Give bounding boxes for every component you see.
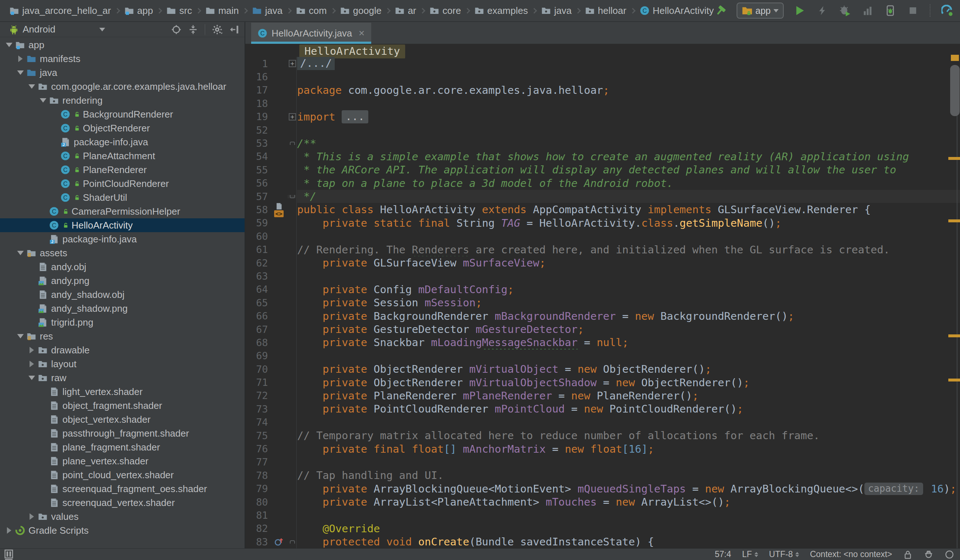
code-text[interactable]: [297, 509, 960, 522]
code-text[interactable]: private BackgroundRenderer mBackgroundRe…: [297, 309, 960, 322]
breadcrumb-item-core[interactable]: core: [430, 5, 461, 16]
code-text[interactable]: [297, 97, 960, 110]
code-text[interactable]: private ArrayBlockingQueue<MotionEvent> …: [297, 482, 960, 495]
run-config-select[interactable]: app: [737, 3, 784, 19]
tree-item-shaderutil[interactable]: CShaderUtil: [0, 190, 245, 205]
tree-item-backgroundrenderer[interactable]: CBackgroundRenderer: [0, 107, 245, 121]
chevron-collapsed-icon[interactable]: [26, 513, 37, 520]
code-text[interactable]: private Config mDefaultConfig;: [297, 283, 960, 296]
chevron-expanded-icon[interactable]: [15, 70, 26, 75]
code-text[interactable]: private Session mSession;: [297, 296, 960, 309]
tree-item-res[interactable]: res: [0, 329, 245, 343]
line-separator-selector[interactable]: LF: [742, 549, 758, 559]
tree-item-values[interactable]: values: [0, 510, 245, 523]
tree-item-light-vertex-shader[interactable]: light_vertex.shader: [0, 385, 245, 398]
tree-item-screenquad-fragment-oes-shader[interactable]: screenquad_fragment_oes.shader: [0, 482, 245, 496]
chevron-expanded-icon[interactable]: [15, 334, 26, 338]
tree-item-helloaractivity[interactable]: CHelloArActivity: [0, 218, 245, 232]
project-view-selector[interactable]: Android: [22, 24, 56, 35]
code-text[interactable]: @Override: [297, 522, 960, 535]
tree-item-point-cloud-vertex-shader[interactable]: point_cloud_vertex.shader: [0, 468, 245, 482]
close-icon[interactable]: ×: [359, 28, 365, 38]
tree-item-java[interactable]: java: [0, 66, 245, 80]
code-text[interactable]: // Tap handling and UI.: [297, 469, 960, 482]
chevron-expanded-icon[interactable]: [26, 84, 37, 89]
warning-stripe-mark[interactable]: [948, 157, 960, 160]
tree-item-manifests[interactable]: manifests: [0, 52, 245, 66]
code-text[interactable]: package com.google.ar.core.examples.java…: [297, 83, 960, 97]
fold-expand-icon[interactable]: +: [289, 113, 296, 120]
tree-item-pointcloudrenderer[interactable]: CPointCloudRenderer: [0, 177, 245, 190]
attach-debugger-button[interactable]: [884, 4, 897, 17]
avd-manager-button[interactable]: [941, 4, 954, 17]
tree-item-app[interactable]: app: [0, 38, 245, 52]
breadcrumb-item-src[interactable]: src: [166, 5, 192, 16]
tree-item-objectrenderer[interactable]: CObjectRenderer: [0, 121, 245, 135]
code-text[interactable]: [297, 123, 960, 136]
code-text[interactable]: private ObjectRenderer mVirtualObjectSha…: [297, 376, 960, 389]
tree-item-andy-shadow-png[interactable]: andy_shadow.png: [0, 302, 245, 315]
warning-stripe-mark[interactable]: [948, 379, 960, 381]
code-text[interactable]: [297, 416, 960, 429]
tree-item-planeattachment[interactable]: CPlaneAttachment: [0, 149, 245, 163]
breadcrumb-item-ar[interactable]: ar: [395, 5, 416, 16]
tree-item-object-vertex-shader[interactable]: object_vertex.shader: [0, 413, 245, 426]
fold-region-start-icon[interactable]: [290, 142, 295, 145]
breadcrumb-item-java[interactable]: java: [252, 5, 283, 16]
tree-item-screenquad-vertex-shader[interactable]: screenquad_vertex.shader: [0, 496, 245, 510]
warning-stripe-mark[interactable]: [948, 334, 960, 337]
chevron-collapsed-icon[interactable]: [26, 347, 37, 354]
code-text[interactable]: [297, 230, 960, 243]
code-text[interactable]: private GestureDetector mGestureDetector…: [297, 323, 960, 336]
scrollbar-thumb[interactable]: [950, 65, 960, 116]
breadcrumb-item-helloar[interactable]: helloar: [585, 5, 626, 16]
breadcrumb-item-java[interactable]: java: [541, 5, 572, 16]
override-method-icon[interactable]: [274, 537, 284, 547]
chevron-expanded-icon[interactable]: [26, 376, 37, 380]
breadcrumb-item-google[interactable]: google: [340, 5, 381, 16]
toolwindow-toggle-icon[interactable]: [4, 549, 14, 560]
breadcrumb-item-app[interactable]: app: [125, 5, 153, 16]
code-text[interactable]: private PointCloudRenderer mPointCloud =…: [297, 402, 960, 416]
tab-helloaractivity[interactable]: C HelloArActivity.java ×: [251, 22, 371, 44]
breadcrumb-item-java-arcore-hello-ar[interactable]: java_arcore_hello_ar: [10, 5, 111, 16]
code-text[interactable]: /.../: [297, 57, 960, 70]
code-text[interactable]: protected void onCreate(Bundle savedInst…: [297, 535, 960, 548]
code-text[interactable]: * the ARCore API. The application will d…: [297, 163, 960, 176]
tree-item-camerapermissionhelper[interactable]: CCameraPermissionHelper: [0, 205, 245, 218]
code-text[interactable]: */: [297, 190, 960, 203]
code-text[interactable]: private ObjectRenderer mVirtualObject = …: [297, 363, 960, 376]
inspection-indicator[interactable]: [951, 55, 959, 61]
run-button[interactable]: [793, 4, 806, 17]
code-area[interactable]: 1+/.../1617package com.google.ar.core.ex…: [245, 57, 960, 548]
stop-button[interactable]: [906, 4, 920, 17]
tree-item-assets[interactable]: assets: [0, 246, 245, 260]
profile-button[interactable]: [861, 4, 874, 17]
inspection-profile-icon[interactable]: [923, 549, 934, 560]
code-text[interactable]: private final float[] mAnchorMatrix = ne…: [297, 442, 960, 455]
tree-item-package-info-java[interactable]: Jpackage-info.java: [0, 135, 245, 149]
code-text[interactable]: /**: [297, 136, 960, 150]
breadcrumb-item-main[interactable]: main: [205, 5, 239, 16]
tree-item-passthrough-fragment-shader[interactable]: passthrough_fragment.shader: [0, 426, 245, 440]
fold-expand-icon[interactable]: +: [289, 60, 296, 67]
tree-item-planerenderer[interactable]: CPlaneRenderer: [0, 163, 245, 177]
chevron-expanded-icon[interactable]: [4, 43, 14, 47]
tree-item-plane-vertex-shader[interactable]: plane_vertex.shader: [0, 454, 245, 468]
code-text[interactable]: * This is a simple example that shows ho…: [297, 150, 960, 163]
chevron-down-icon[interactable]: [99, 28, 105, 31]
tree-item-rendering[interactable]: rendering: [0, 93, 245, 107]
tree-item-andy-obj[interactable]: andy.obj: [0, 260, 245, 274]
lock-icon[interactable]: [903, 550, 912, 559]
tree-item-layout[interactable]: layout: [0, 357, 245, 371]
fold-region-start-icon[interactable]: [290, 540, 295, 544]
breadcrumb-item-helloaractivity[interactable]: CHelloArActivity: [640, 5, 714, 16]
code-text[interactable]: [297, 269, 960, 283]
code-text[interactable]: // Rendering. The Renderers are created …: [297, 243, 960, 256]
code-text[interactable]: public class HelloArActivity extends App…: [297, 203, 960, 216]
tree-item-gradle-scripts[interactable]: Gradle Scripts: [0, 523, 245, 538]
chevron-expanded-icon[interactable]: [38, 98, 48, 102]
settings-button[interactable]: [212, 24, 222, 35]
caret-position[interactable]: 57:4: [715, 549, 731, 559]
breadcrumb-item-examples[interactable]: examples: [475, 5, 528, 16]
